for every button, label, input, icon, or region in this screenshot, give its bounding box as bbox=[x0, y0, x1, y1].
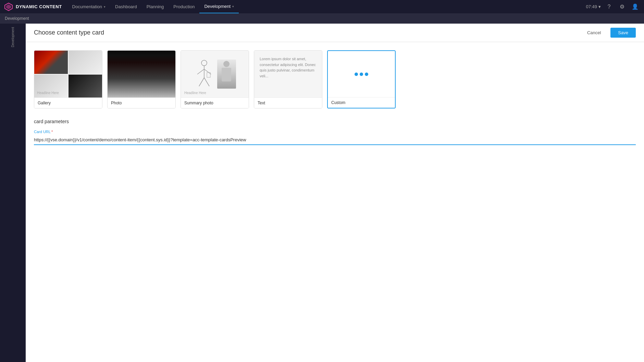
chevron-down-icon: ▾ bbox=[104, 5, 106, 9]
chevron-down-icon: ▾ bbox=[598, 4, 601, 9]
chevron-down-icon: ▾ bbox=[232, 5, 234, 8]
logo-icon bbox=[4, 2, 13, 11]
nav-items: Documentation ▾ Dashboard Planning Produ… bbox=[67, 0, 586, 13]
breadcrumb: Development bbox=[0, 13, 644, 24]
nav-time: 07:49 ▾ bbox=[586, 4, 601, 9]
nav-right: 07:49 ▾ ? ⚙ 👤 bbox=[586, 2, 640, 12]
help-icon[interactable]: ? bbox=[604, 2, 614, 12]
breadcrumb-item: Development bbox=[5, 16, 29, 21]
nav-logo[interactable]: DYNAMIC CONTENT bbox=[4, 2, 62, 11]
user-icon[interactable]: 👤 bbox=[630, 2, 640, 12]
svg-marker-1 bbox=[6, 4, 11, 9]
logo-text: DYNAMIC CONTENT bbox=[16, 4, 62, 9]
nav-documentation[interactable]: Documentation ▾ bbox=[67, 0, 110, 13]
nav-development[interactable]: Development ▾ bbox=[199, 0, 239, 13]
nav-planning[interactable]: Planning bbox=[142, 0, 169, 13]
settings-icon[interactable]: ⚙ bbox=[617, 2, 627, 12]
nav-production[interactable]: Production bbox=[169, 0, 199, 13]
nav-dashboard[interactable]: Dashboard bbox=[110, 0, 142, 13]
top-nav: DYNAMIC CONTENT Documentation ▾ Dashboar… bbox=[0, 0, 644, 13]
